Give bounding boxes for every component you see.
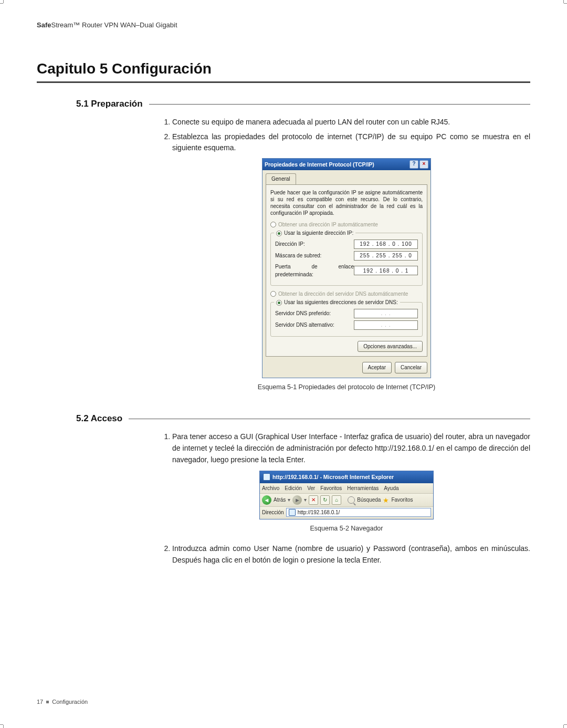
radio-use-dns-label: Usar las siguientes direcciones de servi… <box>284 298 398 307</box>
caption-5-2: Esquema 5-2 Navegador <box>163 524 530 534</box>
tcpip-dialog: Propiedades de Internet Protocol (TCP/IP… <box>262 158 431 378</box>
radio-use-ip-label: Usar la siguiente dirección IP: <box>284 229 353 237</box>
input-gw[interactable]: 192 . 168 . 0 . 1 <box>354 266 418 275</box>
menu-ver[interactable]: Ver <box>307 484 315 493</box>
favorites-icon[interactable]: ★ <box>383 497 389 504</box>
ie-addressbar: Dirección http://192.168.0.1/ <box>260 507 433 519</box>
step-1-2: Establezca las propiedades del protocolo… <box>172 131 530 154</box>
radio-auto-ip[interactable]: Obtener una dirección IP automáticamente <box>270 221 423 229</box>
footer-page: 17 <box>37 699 43 705</box>
section-5-1-header: 5.1 Preparación <box>37 99 530 109</box>
brand-bold: Safe <box>37 21 51 29</box>
advanced-row: Opciones avanzadas... <box>270 341 423 352</box>
section-title: 5.1 Preparación <box>37 99 143 109</box>
row-mask: Máscara de subred: 255 . 255 . 255 . 0 <box>275 251 418 261</box>
section-title: 5.2 Acceso <box>37 413 122 424</box>
ie-title-text: http://192.168.0.1/ - Microsoft Internet… <box>272 473 394 481</box>
dialog-title-text: Propiedades de Internet Protocol (TCP/IP… <box>265 160 374 169</box>
row-dns2: Servidor DNS alternativo: . . . <box>275 320 418 330</box>
search-label[interactable]: Búsqueda <box>357 496 381 504</box>
lbl-mask: Máscara de subred: <box>275 252 354 260</box>
page-icon <box>289 509 296 516</box>
favorites-label[interactable]: Favoritos <box>391 496 413 504</box>
stop-icon[interactable]: ✕ <box>309 495 318 505</box>
menu-ayuda[interactable]: Ayuda <box>384 484 398 493</box>
back-label[interactable]: Atrás <box>274 496 286 504</box>
menu-archivo[interactable]: Archivo <box>262 484 279 493</box>
footer-square-icon <box>46 701 49 703</box>
menu-herramientas[interactable]: Herramientas <box>347 484 379 493</box>
help-icon[interactable]: ? <box>410 160 418 169</box>
section-5-2-header: 5.2 Acceso <box>37 413 530 424</box>
brand-light: Stream™ <box>51 21 80 29</box>
section-line <box>149 104 530 105</box>
dialog-titlebar: Propiedades de Internet Protocol (TCP/IP… <box>262 159 430 170</box>
radio-icon <box>270 291 276 297</box>
lbl-gw: Puerta de enlace predeterminada: <box>275 263 354 279</box>
menu-favoritos[interactable]: Favoritos <box>320 484 342 493</box>
section-5-1-body: Conecte su equipo de manera adecuada al … <box>163 117 530 392</box>
forward-icon[interactable]: ► <box>292 495 302 505</box>
section-line <box>129 419 530 419</box>
row-ip: Dirección IP: 192 . 168 . 0 . 100 <box>275 240 418 249</box>
row-gw: Puerta de enlace predeterminada: 192 . 1… <box>275 263 418 279</box>
lbl-dns1: Servidor DNS preferido: <box>275 309 354 318</box>
ie-window: http://192.168.0.1/ - Microsoft Internet… <box>259 471 434 519</box>
menu-edicion[interactable]: Edición <box>285 484 302 493</box>
address-field[interactable]: http://192.168.0.1/ <box>286 508 431 517</box>
ie-icon <box>263 473 270 481</box>
step-2-2: Introduzca admin como User Name (nombre … <box>172 543 530 566</box>
radio-auto-dns-label: Obtener la dirección del servidor DNS au… <box>278 290 408 298</box>
input-mask[interactable]: 255 . 255 . 255 . 0 <box>354 251 418 261</box>
cancel-button[interactable]: Cancelar <box>395 362 427 373</box>
dialog-panel: Puede hacer que la configuración IP se a… <box>266 184 427 357</box>
refresh-icon[interactable]: ↻ <box>320 495 330 505</box>
product-name: Router VPN WAN–Dual Gigabit <box>80 21 177 29</box>
radio-auto-dns[interactable]: Obtener la dirección del servidor DNS au… <box>270 290 423 298</box>
radio-auto-ip-label: Obtener una dirección IP automáticamente <box>278 221 378 229</box>
step-2-1: Para tener acceso a GUI (Graphical User … <box>172 431 530 465</box>
page-footer: 17 Configuración <box>37 699 88 705</box>
radio-use-ip[interactable]: Usar la siguiente dirección IP: <box>274 229 355 237</box>
radio-icon <box>276 300 282 306</box>
ip-fieldset: Usar la siguiente dirección IP: Direcció… <box>270 233 423 286</box>
chapter-rule <box>37 81 530 83</box>
advanced-button[interactable]: Opciones avanzadas... <box>358 341 423 352</box>
home-icon[interactable]: ⌂ <box>332 495 341 505</box>
dialog-buttons: Aceptar Cancelar <box>262 360 430 378</box>
dialog-intro: Puede hacer que la configuración IP se a… <box>270 189 423 216</box>
ie-menubar: Archivo Edición Ver Favoritos Herramient… <box>260 483 433 494</box>
chapter-title: Capitulo 5 Configuración <box>37 60 530 81</box>
back-icon[interactable]: ◄ <box>262 495 271 505</box>
search-icon[interactable] <box>348 496 355 504</box>
input-dns2[interactable]: . . . <box>354 320 418 330</box>
close-icon[interactable]: × <box>419 160 428 169</box>
input-dns1[interactable]: . . . <box>354 309 418 318</box>
ie-toolbar: ◄ Atrás ▾ ► ▾ ✕ ↻ ⌂ Búsqueda ★ Favoritos <box>260 494 433 507</box>
row-dns1: Servidor DNS preferido: . . . <box>275 309 418 318</box>
ok-button[interactable]: Aceptar <box>362 362 392 373</box>
ie-titlebar: http://192.168.0.1/ - Microsoft Internet… <box>260 471 433 483</box>
caption-5-1: Esquema 5-1 Propiedades del protocolo de… <box>163 382 530 392</box>
lbl-dns2: Servidor DNS alternativo: <box>275 321 354 329</box>
address-value: http://192.168.0.1/ <box>298 508 340 517</box>
radio-use-dns[interactable]: Usar las siguientes direcciones de servi… <box>274 298 400 307</box>
radio-icon <box>270 222 276 227</box>
input-ip[interactable]: 192 . 168 . 0 . 100 <box>354 240 418 249</box>
address-label: Dirección <box>262 508 284 517</box>
section-5-2-body: Para tener acceso a GUI (Graphical User … <box>163 431 530 566</box>
doc-header: SafeStream™ Router VPN WAN–Dual Gigabit <box>37 21 530 29</box>
radio-icon <box>276 231 282 236</box>
tab-general[interactable]: General <box>266 173 296 184</box>
step-1-1: Conecte su equipo de manera adecuada al … <box>172 117 530 128</box>
footer-section: Configuración <box>52 699 88 705</box>
tab-strip: General <box>262 170 430 184</box>
lbl-ip: Dirección IP: <box>275 240 354 248</box>
dns-fieldset: Usar las siguientes direcciones de servi… <box>270 302 423 337</box>
